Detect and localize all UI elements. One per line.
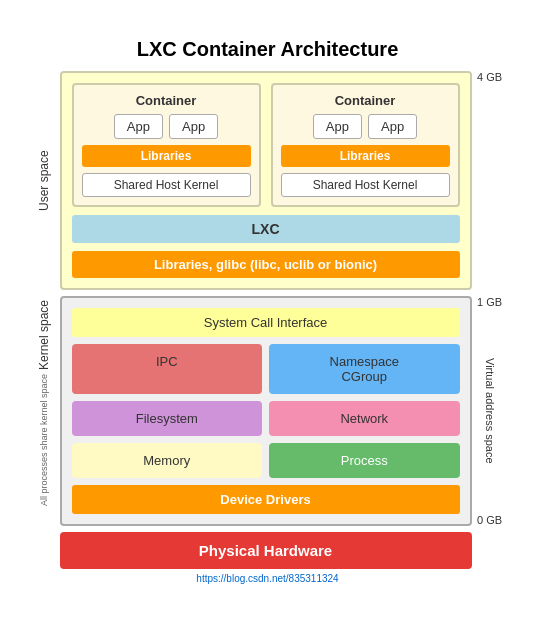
syscall-bar: System Call Interface — [72, 308, 460, 337]
container-1-app-1: App — [114, 114, 163, 139]
kernel-section: Kernel space All processes share kernel … — [28, 296, 508, 526]
kernel-box: System Call Interface IPC Namespace CGro… — [60, 296, 472, 526]
container-1-libraries: Libraries — [82, 145, 251, 167]
kernel-note: All processes share kernel space — [39, 374, 49, 506]
kernel-cell-namespace: Namespace CGroup — [269, 344, 460, 394]
kernel-cell-filesystem: Filesystem — [72, 401, 263, 436]
container-2-shared-kernel: Shared Host Kernel — [281, 173, 450, 197]
kernel-grid: IPC Namespace CGroup Filesystem Network … — [72, 344, 460, 478]
hardware-row: Physical Hardware — [28, 526, 508, 569]
container-2-label: Container — [335, 93, 396, 108]
page-title: LXC Container Architecture — [137, 38, 399, 61]
glibc-bar: Libraries, glibc (libc, uclib or bionic) — [72, 251, 460, 278]
container-2-app-2: App — [368, 114, 417, 139]
container-1: Container App App Libraries Shared Host … — [72, 83, 261, 207]
container-1-app-2: App — [169, 114, 218, 139]
container-2: Container App App Libraries Shared Host … — [271, 83, 460, 207]
container-2-app-1: App — [313, 114, 362, 139]
kernel-cell-ipc: IPC — [72, 344, 263, 394]
container-2-libraries: Libraries — [281, 145, 450, 167]
right-labels-user: 4 GB — [472, 71, 508, 290]
lxc-bar: LXC — [72, 215, 460, 243]
container-1-apps: App App — [114, 114, 218, 139]
device-drivers-bar: Device Drivers — [72, 485, 460, 514]
kernel-cell-process: Process — [269, 443, 460, 478]
virtual-address-label: Virtual address space — [474, 308, 506, 514]
kernel-space-label: Kernel space — [28, 296, 60, 374]
kernel-cell-network: Network — [269, 401, 460, 436]
1gb-label: 1 GB — [477, 296, 502, 308]
hardware-bar: Physical Hardware — [60, 532, 472, 569]
containers-row: Container App App Libraries Shared Host … — [72, 83, 460, 207]
url-text: https://blog.csdn.net/835311324 — [196, 573, 338, 584]
user-space-box: Container App App Libraries Shared Host … — [60, 71, 472, 290]
kernel-cell-memory: Memory — [72, 443, 263, 478]
4gb-label: 4 GB — [477, 71, 502, 83]
container-2-apps: App App — [313, 114, 417, 139]
0gb-label: 0 GB — [477, 514, 502, 526]
container-1-label: Container — [136, 93, 197, 108]
user-space-label: User space — [28, 71, 60, 290]
container-1-shared-kernel: Shared Host Kernel — [82, 173, 251, 197]
